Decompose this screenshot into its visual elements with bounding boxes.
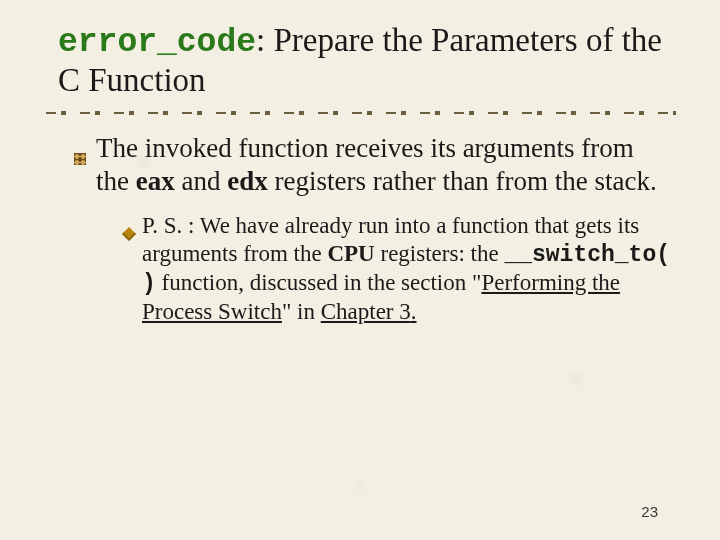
bullet2-cpu: CPU — [327, 241, 374, 266]
bullet2-text: P. S. : We have already run into a funct… — [142, 212, 672, 326]
bullet2-ps: P. S. — [142, 213, 188, 238]
title-code: error_code — [58, 24, 256, 61]
slide: error_code: Prepare the Parameters of th… — [0, 0, 720, 540]
bullet1-icon — [74, 132, 96, 198]
bullet1-mid: and — [175, 166, 227, 196]
divider — [46, 110, 676, 116]
slide-title: error_code: Prepare the Parameters of th… — [58, 22, 672, 100]
bullet1-reg-eax: eax — [136, 166, 175, 196]
bullet2-dot: . — [411, 299, 417, 324]
page-number: 23 — [641, 503, 658, 520]
bullet2-line2a: function, discussed in the section " — [156, 270, 482, 295]
title-sep: : — [256, 22, 273, 58]
bullet2-link-chapter: Chapter 3 — [321, 299, 411, 324]
bullet2-line1b: registers: the — [375, 241, 505, 266]
bullet-level2: P. S. : We have already run into a funct… — [124, 212, 672, 326]
bullet1-text: The invoked function receives its argume… — [96, 132, 672, 198]
bullet-level1: The invoked function receives its argume… — [74, 132, 672, 198]
bullet1-reg-edx: edx — [227, 166, 268, 196]
bullet1-post: registers rather than from the stack. — [268, 166, 657, 196]
bullet2-line2b: " in — [282, 299, 321, 324]
bullet2-icon — [124, 212, 142, 326]
